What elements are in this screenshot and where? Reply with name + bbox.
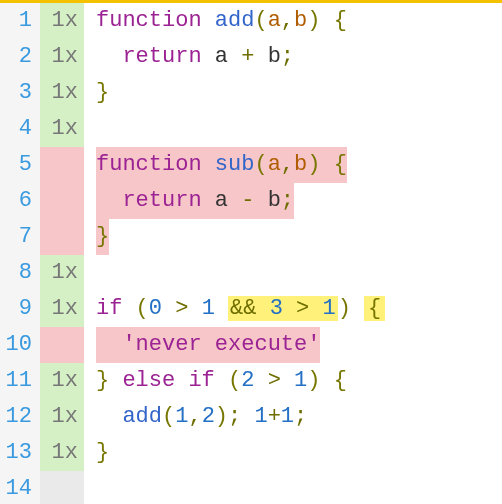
line-number: 6	[0, 183, 40, 219]
line-number: 9	[0, 291, 40, 327]
identifier: b	[268, 44, 281, 69]
line-number: 8	[0, 255, 40, 291]
paren: (	[228, 368, 241, 393]
code-coverage-table: 1 1x function add(a,b) { 2 1x return a +…	[0, 3, 502, 504]
paren: (	[162, 404, 175, 429]
source-line: }	[84, 435, 502, 471]
source-line	[84, 471, 502, 504]
indent	[96, 404, 122, 429]
hit-count: 1x	[40, 75, 84, 111]
param: a	[268, 8, 281, 33]
code-row: 3 1x }	[0, 75, 502, 111]
comma: ,	[281, 8, 294, 33]
source-line: function add(a,b) {	[84, 3, 502, 39]
function-name: sub	[215, 152, 255, 177]
hit-count	[40, 219, 84, 255]
hit-count: 1x	[40, 39, 84, 75]
hit-count: 1x	[40, 255, 84, 291]
keyword-function: function	[96, 8, 202, 33]
comma: ,	[188, 404, 201, 429]
semicolon: ;	[281, 44, 294, 69]
function-call: add	[122, 404, 162, 429]
paren: (	[136, 296, 149, 321]
hit-count: 1x	[40, 399, 84, 435]
code-row: 5 function sub(a,b) {	[0, 147, 502, 183]
code-row: 2 1x return a + b;	[0, 39, 502, 75]
semicolon: ;	[228, 404, 241, 429]
line-number: 1	[0, 3, 40, 39]
code-row: 7 }	[0, 219, 502, 255]
brace: {	[364, 296, 385, 321]
paren: (	[254, 8, 267, 33]
comma: ,	[281, 152, 294, 177]
brace: }	[96, 80, 109, 105]
brace: }	[96, 440, 109, 465]
paren: )	[338, 296, 351, 321]
hit-count: 1x	[40, 435, 84, 471]
line-number: 11	[0, 363, 40, 399]
string-literal: 'never execute'	[122, 332, 320, 357]
hit-count: 1x	[40, 363, 84, 399]
line-number: 14	[0, 471, 40, 504]
line-number: 12	[0, 399, 40, 435]
source-line: }	[84, 75, 502, 111]
paren: )	[215, 404, 228, 429]
source-line: return a + b;	[84, 39, 502, 75]
uncovered-span: }	[96, 219, 109, 255]
keyword-return: return	[122, 44, 201, 69]
source-line: } else if (2 > 1) {	[84, 363, 502, 399]
indent	[96, 44, 122, 69]
line-number: 5	[0, 147, 40, 183]
uncovered-span: 'never execute'	[96, 327, 320, 363]
code-row: 13 1x }	[0, 435, 502, 471]
operator: -	[241, 188, 254, 213]
source-line: 'never execute'	[84, 327, 502, 363]
operator: >	[268, 368, 281, 393]
source-line	[84, 255, 502, 291]
hit-count	[40, 147, 84, 183]
source-line: add(1,2); 1+1;	[84, 399, 502, 435]
number: 1	[294, 368, 307, 393]
keyword-if: if	[188, 368, 214, 393]
number: 1	[202, 296, 215, 321]
source-line: return a - b;	[84, 183, 502, 219]
brace: {	[334, 368, 347, 393]
code-row: 12 1x add(1,2); 1+1;	[0, 399, 502, 435]
param: b	[294, 8, 307, 33]
line-number: 3	[0, 75, 40, 111]
paren: (	[254, 152, 267, 177]
brace: }	[96, 368, 109, 393]
identifier: b	[268, 188, 281, 213]
semicolon: ;	[281, 188, 294, 213]
brace: }	[96, 224, 109, 249]
function-name: add	[215, 8, 255, 33]
number: 1	[281, 404, 294, 429]
line-number: 10	[0, 327, 40, 363]
source-line: if (0 > 1 && 3 > 1) {	[84, 291, 502, 327]
code-row: 8 1x	[0, 255, 502, 291]
line-number: 4	[0, 111, 40, 147]
uncovered-span: return a - b;	[96, 183, 294, 219]
operator: >	[175, 296, 188, 321]
operator: >	[296, 296, 309, 321]
param: b	[294, 152, 307, 177]
number: 0	[149, 296, 162, 321]
code-row: 10 'never execute'	[0, 327, 502, 363]
code-row: 6 return a - b;	[0, 183, 502, 219]
paren: )	[307, 8, 320, 33]
param: a	[268, 152, 281, 177]
hit-count	[40, 183, 84, 219]
identifier: a	[215, 188, 228, 213]
line-number: 2	[0, 39, 40, 75]
semicolon: ;	[294, 404, 307, 429]
number: 1	[322, 296, 335, 321]
source-line: function sub(a,b) {	[84, 147, 502, 183]
source-line	[84, 111, 502, 147]
indent	[96, 188, 122, 213]
number: 1	[254, 404, 267, 429]
line-number: 7	[0, 219, 40, 255]
operator: +	[241, 44, 254, 69]
operator: &&	[230, 296, 256, 321]
keyword-function: function	[96, 152, 202, 177]
number: 2	[202, 404, 215, 429]
